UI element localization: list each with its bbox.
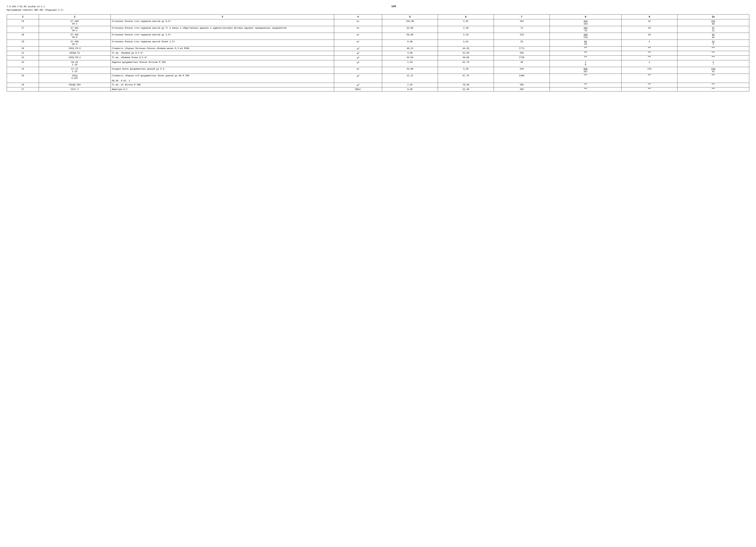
row-col10: 9284 bbox=[677, 33, 749, 40]
row-col8 bbox=[550, 46, 621, 51]
main-table: I 2 3 4 5 6 7 8 9 Io I6Е7-400 Э6-IУстано… bbox=[7, 14, 749, 92]
row-col7: 206 bbox=[494, 83, 550, 87]
table-row: 27СI47-IАрматура А-II00кг8,8922,40I88 bbox=[7, 87, 749, 92]
row-col9 bbox=[621, 56, 677, 60]
row-num: 24 bbox=[7, 67, 39, 74]
row-col9: 26 bbox=[621, 33, 677, 40]
row-col5: 6,00 bbox=[382, 40, 438, 46]
row-col6: 2,I0 bbox=[438, 33, 494, 40]
row-num: 2I bbox=[7, 51, 39, 56]
row-unit: м3 bbox=[334, 60, 382, 67]
row-col6: I,0I bbox=[438, 19, 494, 26]
row-col10 bbox=[677, 74, 749, 83]
row-code: Е7-402 Э6-8 bbox=[39, 33, 111, 40]
row-description: Заделка фундаментных блоков бетоном М I0… bbox=[111, 60, 334, 67]
row-num: I6 bbox=[7, 19, 39, 26]
col-header-4: 4 bbox=[334, 14, 382, 19]
table-row: 24Е7-I5 I-I5Укладка балок фундаментных д… bbox=[7, 67, 749, 74]
row-col7: 72 bbox=[494, 26, 550, 33]
row-col10 bbox=[677, 56, 749, 60]
row-col6: 44,20 bbox=[438, 46, 494, 51]
row-col8: 505287 bbox=[550, 67, 621, 74]
table-row: I7Е7-40I Э6-2Установка блоков стен подва… bbox=[7, 26, 749, 33]
row-unit: м3 bbox=[334, 51, 382, 56]
row-col8 bbox=[550, 51, 621, 56]
row-unit: м3 bbox=[334, 74, 382, 83]
row-col8 bbox=[550, 56, 621, 60]
row-num: I9 bbox=[7, 40, 39, 46]
row-code: СКСЦ ПЗ-9 bbox=[39, 46, 111, 51]
row-col7: I480 bbox=[494, 74, 550, 83]
row-col10 bbox=[677, 87, 749, 92]
row-col6: 67,76 bbox=[438, 74, 494, 83]
row-description: Установка блоков стен подвалов массой до… bbox=[111, 19, 334, 26]
row-col5: 40,I4 bbox=[382, 46, 438, 51]
row-code: СКСЦ 9-287 bbox=[39, 74, 111, 83]
row-col9 bbox=[621, 74, 677, 83]
row-unit: м3 bbox=[334, 83, 382, 87]
row-col7: I94 bbox=[494, 19, 550, 26]
row-code: СКСЦ9-284 bbox=[39, 83, 111, 87]
row-col10 bbox=[677, 51, 749, 56]
row-num: I7 bbox=[7, 26, 39, 33]
row-unit: I00кг bbox=[334, 87, 382, 92]
row-num: 22 bbox=[7, 56, 39, 60]
row-col5: 42:58 bbox=[382, 56, 438, 60]
table-row: 25СКСЦ 9-287Стоимость сборных ж/б фундам… bbox=[7, 74, 749, 83]
title-line1: Т.П.503-I-82.85 альбом 14.4.1 bbox=[7, 5, 63, 8]
row-col7: I730 bbox=[494, 56, 550, 60]
row-num: 25 bbox=[7, 74, 39, 83]
col-header-9: 9 bbox=[621, 14, 677, 19]
row-col5: 56,00 bbox=[382, 33, 438, 40]
row-num: 26 bbox=[7, 83, 39, 87]
row-col6: 70,40 bbox=[438, 83, 494, 87]
row-col5: 8,89 bbox=[382, 87, 438, 92]
row-num: 20 bbox=[7, 46, 39, 51]
row-col10: I— bbox=[677, 60, 749, 67]
col-header-1: I bbox=[7, 14, 39, 19]
row-col8 bbox=[550, 83, 621, 87]
row-col8 bbox=[550, 87, 621, 92]
row-col9 bbox=[621, 51, 677, 56]
row-col5: 52,00 bbox=[382, 26, 438, 33]
row-num: 27 bbox=[7, 87, 39, 92]
row-col8: 4I8I94 bbox=[550, 19, 621, 26]
row-col7: I88 bbox=[494, 87, 550, 92]
row-col9: 4 bbox=[621, 40, 677, 46]
row-unit: шт bbox=[334, 67, 382, 74]
row-col5: 3,90 bbox=[382, 51, 438, 56]
row-col10 bbox=[677, 83, 749, 87]
row-unit: шт bbox=[334, 26, 382, 33]
row-code: Е7-408 Э6-4 bbox=[39, 40, 111, 46]
row-col7: I6 bbox=[494, 40, 550, 46]
row-col7: 246 bbox=[494, 67, 550, 74]
row-col7: I66 bbox=[494, 51, 550, 56]
row-code: СI47-I bbox=[39, 87, 111, 92]
row-col8: 84I6 bbox=[550, 40, 621, 46]
row-col10 bbox=[677, 46, 749, 51]
row-description: Установка блоков стен подвалов массой до… bbox=[111, 33, 334, 40]
row-code: Е7-I5 I-I5 bbox=[39, 67, 111, 74]
table-row: 20СКСЦ ПЗ-9Стоимость сборных бетонных бл… bbox=[7, 46, 749, 51]
row-col9 bbox=[621, 83, 677, 87]
row-col6: 42,50 bbox=[438, 51, 494, 56]
title-line2: Программный комплекс АВС-ЗЕС (Редакция 5… bbox=[7, 8, 63, 12]
table-row: I9Е7-408 Э6-4Установка блоков стен подва… bbox=[7, 40, 749, 46]
row-description: То же, объёмом до 0,5 м³ bbox=[111, 51, 334, 56]
row-description: Стоимость сборных ж/б фундаментных балок… bbox=[111, 74, 334, 83]
table-row: 22СКСЦ ПЗ-3То же, объёмом более 0,5 м³м3… bbox=[7, 56, 749, 60]
row-unit: м3 bbox=[334, 46, 382, 51]
row-description: Установка блоков стен подвалов массой до… bbox=[111, 26, 334, 33]
row-description: То же, из бетона М 300 bbox=[111, 83, 334, 87]
row-col7: 48 bbox=[494, 60, 550, 67]
row-code: Е7-40I Э6-2 bbox=[39, 26, 111, 33]
row-description: Арматура А-I bbox=[111, 87, 334, 92]
table-row: 23Е6-20 I-20Заделка фундаментных блоков … bbox=[7, 60, 749, 67]
row-col10: II842 bbox=[677, 67, 749, 74]
row-unit: шт bbox=[334, 19, 382, 26]
row-col7: I774 bbox=[494, 46, 550, 51]
row-num: I8 bbox=[7, 33, 39, 40]
col-header-10: Io bbox=[677, 14, 749, 19]
table-row: 2IСКСЦЗ-IIТо же, объёмом до 0,5 м³м33,90… bbox=[7, 51, 749, 56]
row-col10: I24 bbox=[677, 40, 749, 46]
